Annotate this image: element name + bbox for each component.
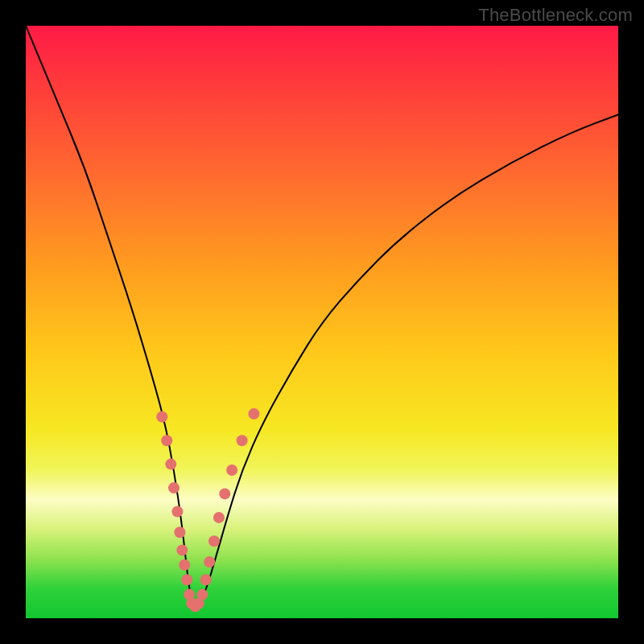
data-dot xyxy=(176,544,188,555)
data-dot xyxy=(237,435,248,446)
data-dot xyxy=(156,411,167,423)
chart-frame: TheBottleneck.com xyxy=(0,0,644,644)
data-dot xyxy=(204,556,215,568)
bottleneck-curve xyxy=(26,26,618,606)
data-dot xyxy=(226,464,237,476)
data-dot xyxy=(161,435,172,446)
data-dots xyxy=(156,408,259,612)
data-dot xyxy=(174,526,185,538)
data-dot xyxy=(213,512,225,523)
data-dot xyxy=(248,408,259,419)
data-dot xyxy=(208,535,220,547)
data-dot xyxy=(171,506,183,518)
data-dot xyxy=(179,559,190,571)
curve-svg xyxy=(26,26,618,618)
data-dot xyxy=(200,574,212,585)
watermark-text: TheBottleneck.com xyxy=(478,5,633,26)
data-dot xyxy=(165,459,176,470)
data-dot xyxy=(219,488,230,499)
data-dot xyxy=(181,574,192,585)
plot-area xyxy=(26,26,618,618)
data-dot xyxy=(168,482,180,493)
data-dot xyxy=(196,589,208,601)
